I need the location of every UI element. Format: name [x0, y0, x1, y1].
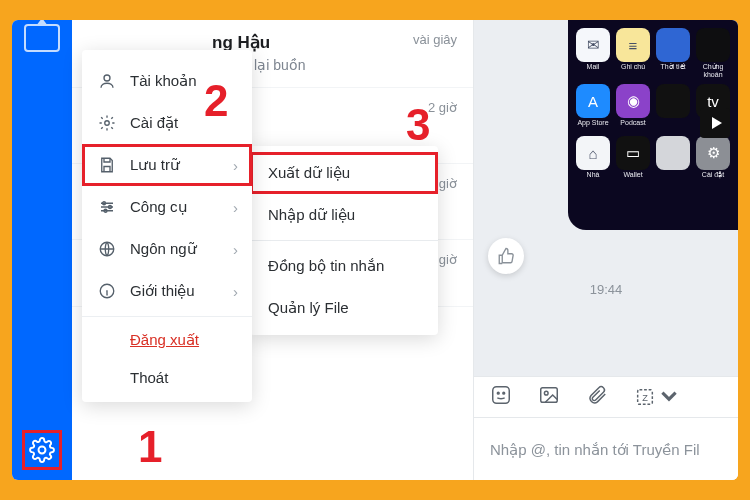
- svg-point-3: [503, 392, 505, 394]
- menu-item-exit[interactable]: Thoát: [82, 359, 252, 396]
- phone-screenshot: ✉Mail≡Ghi chúThời tiếtChứng khoán AApp S…: [568, 20, 738, 230]
- divider: [250, 240, 438, 241]
- reaction-like-button[interactable]: [488, 238, 524, 274]
- menu-label: Giới thiệu: [130, 282, 195, 300]
- svg-point-5: [544, 391, 548, 395]
- menu-item-about[interactable]: Giới thiệu ›: [82, 270, 252, 312]
- menu-label: Ngôn ngữ: [130, 240, 197, 258]
- svg-rect-4: [541, 388, 558, 403]
- chat-time: vài giây: [413, 32, 457, 47]
- chevron-right-icon: ›: [233, 283, 238, 300]
- menu-item-tools[interactable]: Công cụ ›: [82, 186, 252, 228]
- submenu-import[interactable]: Nhập dữ liệu: [250, 194, 438, 236]
- phone-app-icon: ⌂Nhà: [576, 136, 610, 179]
- play-icon[interactable]: [700, 108, 730, 138]
- svg-point-9: [105, 121, 110, 126]
- phone-app-icon: AApp Store: [576, 84, 610, 126]
- menu-item-language[interactable]: Ngôn ngữ ›: [82, 228, 252, 270]
- phone-app-icon: ≡Ghi chú: [616, 28, 650, 78]
- submenu-files[interactable]: Quản lý File: [250, 287, 438, 329]
- menu-label: Công cụ: [130, 198, 188, 216]
- menu-label: Đăng xuất: [130, 331, 199, 349]
- menu-label: Cài đặt: [130, 114, 178, 132]
- svg-rect-1: [493, 387, 510, 404]
- phone-app-icon: [656, 136, 690, 179]
- attach-icon[interactable]: [586, 384, 608, 410]
- settings-menu: Tài khoản Cài đặt Lưu trữ › Công cụ › Ng…: [82, 50, 252, 402]
- left-rail: [12, 20, 72, 480]
- content-panel: ✉Mail≡Ghi chúThời tiếtChứng khoán AApp S…: [474, 20, 738, 480]
- message-timestamp: 19:44: [474, 282, 738, 297]
- menu-label: Thoát: [130, 369, 168, 386]
- phone-app-icon: ⚙Cài đặt: [696, 136, 730, 179]
- image-icon[interactable]: [538, 384, 560, 410]
- chat-time: 2 giờ: [428, 100, 457, 115]
- storage-submenu: Xuất dữ liệu Nhập dữ liệu Đồng bộ tin nh…: [250, 146, 438, 335]
- menu-item-settings[interactable]: Cài đặt: [82, 102, 252, 144]
- message-input-area[interactable]: [474, 418, 738, 480]
- submenu-export[interactable]: Xuất dữ liệu: [250, 152, 438, 194]
- submenu-sync[interactable]: Đồng bộ tin nhắn: [250, 245, 438, 287]
- settings-gear-button[interactable]: [22, 430, 62, 470]
- save-icon: [96, 154, 118, 176]
- gear-icon: [29, 437, 55, 463]
- message-input[interactable]: [490, 441, 722, 458]
- input-toolbar: Z: [474, 376, 738, 418]
- phone-app-icon: ▭Wallet: [616, 136, 650, 179]
- chevron-right-icon: ›: [233, 199, 238, 216]
- menu-label: Tài khoản: [130, 72, 197, 90]
- app-window: ng Hậu : xong lại buồn vài giây 2 giờ 5 …: [12, 20, 738, 480]
- svg-point-8: [104, 75, 110, 81]
- phone-app-icon: Thời tiết: [656, 28, 690, 78]
- phone-app-icon: Chứng khoán: [696, 28, 730, 78]
- rail-top-icon[interactable]: [24, 24, 60, 52]
- phone-app-icon: [656, 84, 690, 126]
- globe-icon: [96, 238, 118, 260]
- sticker-icon[interactable]: [490, 384, 512, 410]
- chevron-right-icon: ›: [233, 157, 238, 174]
- info-icon: [96, 280, 118, 302]
- svg-point-0: [39, 447, 46, 454]
- svg-point-2: [497, 392, 499, 394]
- menu-item-logout[interactable]: Đăng xuất: [82, 321, 252, 359]
- menu-item-account[interactable]: Tài khoản: [82, 60, 252, 102]
- svg-text:Z: Z: [642, 393, 648, 403]
- menu-item-storage[interactable]: Lưu trữ ›: [82, 144, 252, 186]
- chevron-right-icon: ›: [233, 241, 238, 258]
- phone-app-icon: ✉Mail: [576, 28, 610, 78]
- screenshot-icon[interactable]: Z: [634, 386, 680, 408]
- menu-label: Lưu trữ: [130, 156, 180, 174]
- phone-app-icon: ◉Podcast: [616, 84, 650, 126]
- gear-icon: [96, 112, 118, 134]
- sliders-icon: [96, 196, 118, 218]
- user-icon: [96, 70, 118, 92]
